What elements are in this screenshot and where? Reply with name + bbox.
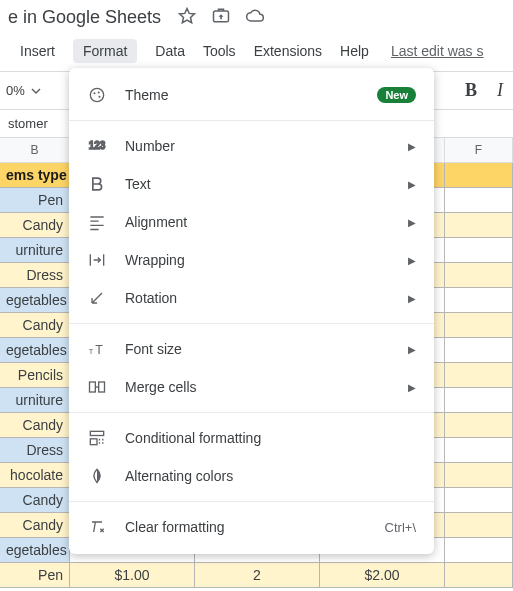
cell[interactable]: Candy — [0, 213, 70, 238]
cloud-status-icon[interactable] — [245, 6, 265, 29]
cell[interactable] — [445, 338, 513, 363]
menu-merge-cells[interactable]: Merge cells ▶ — [69, 368, 434, 406]
menu-rotation[interactable]: Rotation ▶ — [69, 279, 434, 317]
chevron-right-icon: ▶ — [408, 179, 416, 190]
number-icon: 123 — [87, 136, 107, 156]
cell[interactable]: $2.00 — [320, 563, 445, 588]
zoom-selector[interactable]: 0% — [6, 83, 41, 98]
cell[interactable]: Candy — [0, 313, 70, 338]
rotation-icon — [87, 288, 107, 308]
chevron-right-icon: ▶ — [408, 255, 416, 266]
menu-wrapping[interactable]: Wrapping ▶ — [69, 241, 434, 279]
svg-rect-8 — [90, 382, 96, 392]
document-title-partial[interactable]: e in Google Sheets — [8, 7, 161, 28]
chevron-down-icon — [31, 86, 41, 96]
bold-icon — [87, 174, 107, 194]
cell[interactable] — [445, 563, 513, 588]
svg-point-2 — [94, 92, 96, 94]
cell[interactable]: egetables — [0, 338, 70, 363]
menu-data[interactable]: Data — [155, 43, 185, 59]
cell[interactable] — [445, 288, 513, 313]
menu-alternating-colors[interactable]: Alternating colors — [69, 457, 434, 495]
menu-help[interactable]: Help — [340, 43, 369, 59]
cell[interactable] — [445, 538, 513, 563]
italic-button[interactable]: I — [493, 80, 507, 101]
cell[interactable]: Candy — [0, 488, 70, 513]
cell[interactable] — [445, 363, 513, 388]
wrap-icon — [87, 250, 107, 270]
shortcut-label: Ctrl+\ — [385, 520, 416, 535]
conditional-formatting-icon — [87, 428, 107, 448]
cell[interactable] — [445, 438, 513, 463]
new-badge: New — [377, 87, 416, 103]
merge-icon — [87, 377, 107, 397]
menu-clear-formatting[interactable]: Clear formatting Ctrl+\ — [69, 508, 434, 546]
font-size-icon: TT — [87, 339, 107, 359]
menu-number[interactable]: 123 Number ▶ — [69, 127, 434, 165]
cell[interactable] — [445, 213, 513, 238]
cell[interactable] — [445, 388, 513, 413]
cell[interactable] — [445, 313, 513, 338]
cell[interactable] — [445, 413, 513, 438]
chevron-right-icon: ▶ — [408, 141, 416, 152]
table-row[interactable]: Pen$1.002$2.00 — [0, 563, 513, 588]
cell[interactable] — [445, 463, 513, 488]
menu-bar: Insert Format Data Tools Extensions Help… — [0, 33, 513, 71]
cell[interactable]: Pen — [0, 188, 70, 213]
menu-tools[interactable]: Tools — [203, 43, 236, 59]
cell[interactable]: urniture — [0, 388, 70, 413]
cell[interactable] — [445, 238, 513, 263]
chevron-right-icon: ▶ — [408, 293, 416, 304]
svg-rect-10 — [90, 431, 103, 435]
cell[interactable]: Pencils — [0, 363, 70, 388]
cell[interactable] — [445, 163, 513, 188]
align-icon — [87, 212, 107, 232]
menu-conditional-formatting[interactable]: Conditional formatting — [69, 419, 434, 457]
format-menu-dropdown: Theme New 123 Number ▶ Text ▶ Alignment … — [69, 68, 434, 554]
menu-extensions[interactable]: Extensions — [254, 43, 322, 59]
cell[interactable] — [445, 513, 513, 538]
cell[interactable]: Dress — [0, 263, 70, 288]
cell[interactable] — [445, 488, 513, 513]
svg-point-4 — [99, 96, 101, 98]
cell[interactable]: ems type — [0, 163, 70, 188]
menu-font-size[interactable]: TT Font size ▶ — [69, 330, 434, 368]
col-header-b[interactable]: B — [0, 138, 70, 163]
cell[interactable] — [445, 263, 513, 288]
cell[interactable]: Dress — [0, 438, 70, 463]
svg-text:T: T — [95, 343, 103, 357]
alternating-colors-icon — [87, 466, 107, 486]
cell[interactable] — [445, 188, 513, 213]
chevron-right-icon: ▶ — [408, 217, 416, 228]
cell[interactable]: Candy — [0, 413, 70, 438]
zoom-value: 0% — [6, 83, 25, 98]
svg-point-3 — [98, 92, 100, 94]
svg-text:T: T — [89, 347, 94, 356]
cell[interactable]: $1.00 — [70, 563, 195, 588]
svg-text:123: 123 — [89, 140, 106, 151]
menu-insert[interactable]: Insert — [20, 43, 55, 59]
clear-formatting-icon — [87, 517, 107, 537]
chevron-right-icon: ▶ — [408, 382, 416, 393]
cell[interactable]: egetables — [0, 288, 70, 313]
bold-button[interactable]: B — [459, 80, 483, 101]
star-icon[interactable] — [177, 6, 197, 29]
menu-theme[interactable]: Theme New — [69, 76, 434, 114]
cell[interactable]: 2 — [195, 563, 320, 588]
svg-rect-9 — [99, 382, 105, 392]
cell[interactable]: Candy — [0, 513, 70, 538]
move-icon[interactable] — [211, 6, 231, 29]
last-edit-link[interactable]: Last edit was s — [391, 43, 484, 59]
cell[interactable]: egetables — [0, 538, 70, 563]
col-header-f[interactable]: F — [445, 138, 513, 163]
menu-alignment[interactable]: Alignment ▶ — [69, 203, 434, 241]
svg-rect-11 — [90, 439, 97, 445]
cell[interactable]: Pen — [0, 563, 70, 588]
cell[interactable]: hocolate — [0, 463, 70, 488]
cell[interactable]: urniture — [0, 238, 70, 263]
chevron-right-icon: ▶ — [408, 344, 416, 355]
menu-text[interactable]: Text ▶ — [69, 165, 434, 203]
theme-icon — [87, 85, 107, 105]
menu-format[interactable]: Format — [73, 39, 137, 63]
svg-point-1 — [90, 88, 103, 101]
